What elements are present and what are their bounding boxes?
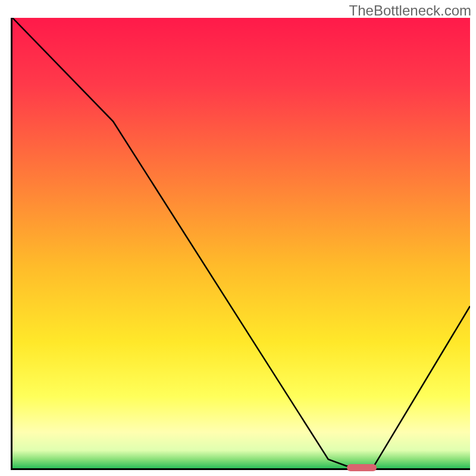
watermark-text: TheBottleneck.com: [349, 2, 471, 19]
bottleneck-curve: [12, 18, 470, 468]
bottleneck-chart: TheBottleneck.com: [0, 0, 476, 476]
optimal-range-marker: [347, 464, 377, 471]
plot-area: [11, 18, 470, 470]
